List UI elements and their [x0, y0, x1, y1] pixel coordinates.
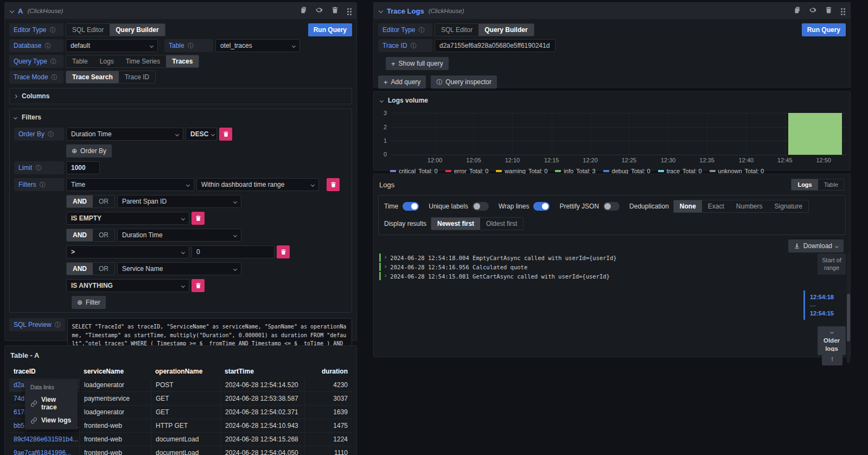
download-button[interactable]: Download: [788, 239, 844, 252]
trace-id-option[interactable]: Trace ID: [119, 71, 156, 83]
eye-icon[interactable]: [809, 7, 816, 15]
scroll-to-top-button[interactable]: ↑: [822, 351, 843, 365]
and-option[interactable]: AND: [67, 263, 93, 275]
trace-id-link[interactable]: 89cf4286e631591b4...: [9, 433, 79, 446]
delete-filter-button[interactable]: [327, 178, 340, 191]
trace-id-link[interactable]: 9ae7caf61841996...: [9, 446, 79, 455]
or-option[interactable]: OR: [93, 229, 114, 241]
drag-handle-icon[interactable]: [841, 8, 843, 10]
condition3-field-select[interactable]: Service Name: [117, 262, 241, 275]
log-row[interactable]: › 2024-06-28 12:54:15.081 GetCartAsync c…: [379, 271, 850, 281]
condition2-operator-select[interactable]: >: [66, 245, 189, 258]
filter-value-select[interactable]: Within dashboard time range: [196, 178, 319, 191]
expand-chevron-icon[interactable]: ›: [385, 254, 386, 260]
or-option[interactable]: OR: [93, 195, 114, 207]
y-axis-tick: 0: [377, 151, 387, 157]
col-header-traceid[interactable]: traceID: [9, 364, 79, 378]
delete-condition2-button[interactable]: [277, 245, 290, 258]
and-or-toggle: AND OR: [66, 195, 115, 208]
view-logs-option[interactable]: Logs: [792, 179, 818, 190]
eye-icon[interactable]: [316, 7, 323, 15]
wrap-lines-toggle[interactable]: [533, 202, 550, 211]
collapse-chevron-icon[interactable]: [379, 9, 383, 13]
columns-section[interactable]: Columns: [9, 88, 352, 104]
logs-volume-chart[interactable]: 3 2 1 0: [391, 113, 847, 155]
run-query-button[interactable]: Run Query: [308, 23, 352, 36]
delete-condition3-button[interactable]: [192, 279, 205, 292]
drag-handle-icon[interactable]: [347, 8, 349, 10]
info-icon: ⓘ: [35, 165, 41, 171]
condition2-value-input[interactable]: [192, 245, 275, 258]
trace-search-option[interactable]: Trace Search: [66, 71, 119, 83]
query-builder-option[interactable]: Query Builder: [478, 24, 533, 36]
query-type-timeseries[interactable]: Time Series: [120, 55, 167, 67]
col-header-servicename[interactable]: serviceName: [79, 364, 151, 378]
oldest-first-option[interactable]: Oldest first: [480, 218, 523, 230]
plus-circle-icon: ⊕: [72, 148, 77, 154]
log-row[interactable]: › 2024-06-28 12:54:16.956 Calculated quo…: [379, 262, 850, 271]
col-header-starttime[interactable]: startTime: [220, 364, 304, 378]
time-toggle[interactable]: [403, 202, 419, 211]
col-header-duration[interactable]: duration: [304, 364, 352, 378]
range-newest-timestamp: 12:54:18: [810, 294, 834, 300]
dedup-exact-option[interactable]: Exact: [702, 200, 730, 212]
filters-section-header[interactable]: Filters: [14, 112, 347, 122]
sql-editor-option[interactable]: SQL Editor: [435, 24, 478, 36]
logs-scrollbar[interactable]: [847, 254, 850, 363]
expand-chevron-icon[interactable]: ›: [385, 263, 386, 269]
duplicate-icon[interactable]: [300, 7, 307, 15]
query-type-logs[interactable]: Logs: [94, 55, 120, 67]
and-option[interactable]: AND: [67, 229, 93, 241]
trace-id-input[interactable]: [435, 39, 556, 52]
database-select[interactable]: default: [66, 39, 158, 52]
filter-field-select[interactable]: Time: [66, 178, 194, 191]
sql-editor-option[interactable]: SQL Editor: [66, 24, 110, 36]
query-type-traces[interactable]: Traces: [166, 55, 199, 67]
view-trace-menu-item[interactable]: View trace: [30, 396, 72, 411]
and-option[interactable]: AND: [67, 195, 93, 207]
trash-icon[interactable]: [331, 7, 339, 15]
query-inspector-button[interactable]: ⓘQuery inspector: [431, 75, 497, 89]
query-type-toggle: Table Logs Time Series Traces: [66, 55, 199, 68]
table-select[interactable]: otel_traces: [215, 39, 300, 52]
or-option[interactable]: OR: [93, 263, 114, 275]
view-table-option[interactable]: Table: [818, 179, 844, 190]
col-header-operationname[interactable]: operationName: [151, 364, 220, 378]
panel-a-header[interactable]: A (ClickHouse): [5, 3, 356, 19]
chevron-down-icon: [175, 132, 179, 136]
newest-first-option[interactable]: Newest first: [431, 218, 480, 230]
delete-condition1-button[interactable]: [192, 212, 205, 225]
delete-order-by-button[interactable]: [219, 128, 232, 141]
dedup-none-option[interactable]: None: [674, 200, 702, 212]
log-row[interactable]: › 2024-06-28 12:54:18.004 EmptyCartAsync…: [379, 253, 850, 262]
duplicate-icon[interactable]: [794, 7, 801, 15]
dedup-numbers-option[interactable]: Numbers: [730, 200, 769, 212]
condition1-field-select[interactable]: Parent Span ID: [117, 195, 241, 208]
query-type-table[interactable]: Table: [66, 55, 94, 67]
log-range-timeline[interactable]: 12:54:18 — 12:54:15: [803, 290, 834, 320]
display-results-control: Display results Newest first Oldest firs…: [384, 217, 524, 230]
condition1-operator-select[interactable]: IS EMPTY: [66, 212, 189, 225]
query-builder-option[interactable]: Query Builder: [110, 24, 164, 36]
unique-labels-toggle[interactable]: [473, 202, 489, 211]
expand-chevron-icon[interactable]: ›: [385, 273, 386, 279]
limit-input[interactable]: [66, 161, 100, 174]
prettify-json-toggle[interactable]: [603, 202, 620, 211]
collapse-chevron-icon[interactable]: [10, 9, 14, 13]
trace-logs-header[interactable]: Trace Logs (ClickHouse): [374, 3, 850, 19]
condition2-field-select[interactable]: Duration Time: [117, 229, 241, 242]
add-filter-button[interactable]: ⊕Filter: [72, 296, 106, 309]
order-by-field-select[interactable]: Duration Time: [66, 128, 183, 141]
run-query-button[interactable]: Run Query: [802, 23, 846, 36]
trash-icon[interactable]: [825, 7, 832, 15]
view-logs-menu-item[interactable]: View logs: [30, 416, 72, 424]
add-order-by-button[interactable]: ⊕Order By: [66, 144, 112, 157]
logs-volume-header[interactable]: Logs volume: [374, 92, 850, 105]
condition3-operator-select[interactable]: IS ANYTHING: [66, 279, 189, 292]
order-by-direction-select[interactable]: DESC: [186, 128, 217, 141]
dedup-signature-option[interactable]: Signature: [769, 200, 808, 212]
scrollbar-thumb[interactable]: [847, 294, 850, 342]
show-full-query-button[interactable]: +Show full query: [386, 57, 449, 70]
info-log-volume-bar[interactable]: [788, 113, 841, 155]
add-query-button[interactable]: +Add query: [378, 75, 426, 89]
